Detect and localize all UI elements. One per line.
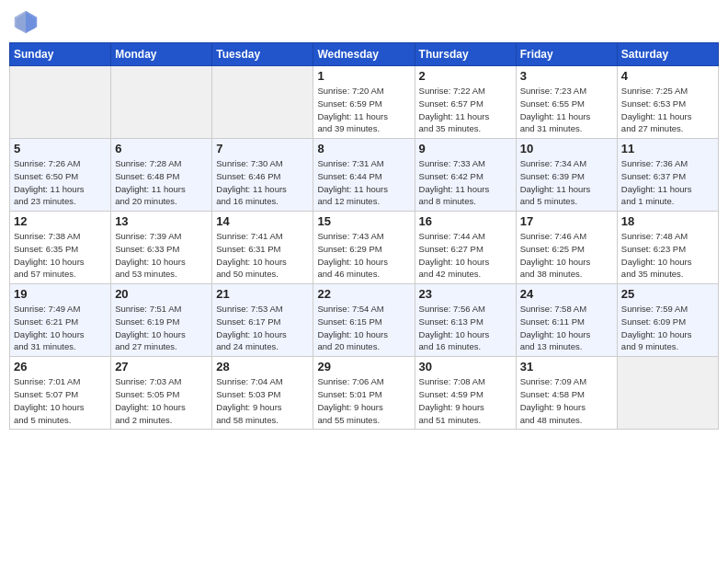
day-number: 24 <box>520 287 613 301</box>
day-number: 27 <box>115 360 208 373</box>
day-info: Sunrise: 7:51 AM Sunset: 6:19 PM Dayligh… <box>115 303 208 353</box>
day-number: 29 <box>317 360 410 373</box>
day-number: 25 <box>621 287 714 301</box>
day-info: Sunrise: 7:38 AM Sunset: 6:35 PM Dayligh… <box>14 230 107 281</box>
day-info: Sunrise: 7:59 AM Sunset: 6:09 PM Dayligh… <box>621 303 714 353</box>
calendar-cell: 28Sunrise: 7:04 AM Sunset: 5:03 PM Dayli… <box>212 357 313 430</box>
calendar-cell: 27Sunrise: 7:03 AM Sunset: 5:05 PM Dayli… <box>111 357 212 430</box>
day-info: Sunrise: 7:03 AM Sunset: 5:05 PM Dayligh… <box>115 375 208 426</box>
calendar-cell: 30Sunrise: 7:08 AM Sunset: 4:59 PM Dayli… <box>415 357 516 430</box>
calendar-cell: 24Sunrise: 7:58 AM Sunset: 6:11 PM Dayli… <box>516 284 617 357</box>
day-info: Sunrise: 7:04 AM Sunset: 5:03 PM Dayligh… <box>216 375 309 426</box>
day-number: 18 <box>621 214 714 228</box>
calendar-cell: 17Sunrise: 7:46 AM Sunset: 6:25 PM Dayli… <box>516 212 617 284</box>
day-info: Sunrise: 7:23 AM Sunset: 6:55 PM Dayligh… <box>520 85 613 135</box>
day-info: Sunrise: 7:36 AM Sunset: 6:37 PM Dayligh… <box>621 157 714 208</box>
day-info: Sunrise: 7:08 AM Sunset: 4:59 PM Dayligh… <box>419 375 512 426</box>
calendar-cell: 12Sunrise: 7:38 AM Sunset: 6:35 PM Dayli… <box>10 212 111 284</box>
weekday-header-friday: Friday <box>516 43 617 66</box>
calendar-cell <box>212 66 313 139</box>
calendar-cell: 7Sunrise: 7:30 AM Sunset: 6:46 PM Daylig… <box>212 139 313 212</box>
day-info: Sunrise: 7:34 AM Sunset: 6:39 PM Dayligh… <box>520 157 613 208</box>
logo-icon <box>13 9 39 35</box>
day-info: Sunrise: 7:54 AM Sunset: 6:15 PM Dayligh… <box>317 303 410 353</box>
day-info: Sunrise: 7:58 AM Sunset: 6:11 PM Dayligh… <box>520 303 613 353</box>
day-number: 28 <box>216 360 309 373</box>
calendar-cell: 29Sunrise: 7:06 AM Sunset: 5:01 PM Dayli… <box>313 357 415 430</box>
calendar-cell <box>617 357 718 430</box>
weekday-header-wednesday: Wednesday <box>313 43 415 66</box>
calendar-cell: 18Sunrise: 7:48 AM Sunset: 6:23 PM Dayli… <box>617 212 718 284</box>
day-info: Sunrise: 7:28 AM Sunset: 6:48 PM Dayligh… <box>115 157 208 208</box>
day-info: Sunrise: 7:48 AM Sunset: 6:23 PM Dayligh… <box>621 230 714 281</box>
calendar-cell: 8Sunrise: 7:31 AM Sunset: 6:44 PM Daylig… <box>313 139 415 212</box>
day-number: 31 <box>520 360 613 373</box>
calendar-cell <box>10 66 111 139</box>
day-number: 3 <box>520 69 613 83</box>
day-info: Sunrise: 7:22 AM Sunset: 6:57 PM Dayligh… <box>419 85 512 135</box>
logo <box>13 9 42 35</box>
day-number: 14 <box>216 214 309 228</box>
weekday-header-saturday: Saturday <box>617 43 718 66</box>
day-info: Sunrise: 7:56 AM Sunset: 6:13 PM Dayligh… <box>419 303 512 353</box>
day-info: Sunrise: 7:39 AM Sunset: 6:33 PM Dayligh… <box>115 230 208 281</box>
svg-marker-2 <box>15 11 26 34</box>
calendar-cell: 26Sunrise: 7:01 AM Sunset: 5:07 PM Dayli… <box>10 357 111 430</box>
day-number: 1 <box>317 69 410 83</box>
calendar-cell: 14Sunrise: 7:41 AM Sunset: 6:31 PM Dayli… <box>212 212 313 284</box>
day-number: 11 <box>621 142 714 155</box>
calendar-cell: 3Sunrise: 7:23 AM Sunset: 6:55 PM Daylig… <box>516 66 617 139</box>
calendar-cell: 4Sunrise: 7:25 AM Sunset: 6:53 PM Daylig… <box>617 66 718 139</box>
day-number: 9 <box>419 142 512 155</box>
day-number: 17 <box>520 214 613 228</box>
day-info: Sunrise: 7:20 AM Sunset: 6:59 PM Dayligh… <box>317 85 410 135</box>
day-number: 30 <box>419 360 512 373</box>
calendar-cell: 21Sunrise: 7:53 AM Sunset: 6:17 PM Dayli… <box>212 284 313 357</box>
day-info: Sunrise: 7:44 AM Sunset: 6:27 PM Dayligh… <box>419 230 512 281</box>
day-info: Sunrise: 7:30 AM Sunset: 6:46 PM Dayligh… <box>216 157 309 208</box>
page-header <box>9 9 719 35</box>
calendar-cell: 19Sunrise: 7:49 AM Sunset: 6:21 PM Dayli… <box>10 284 111 357</box>
calendar-cell: 16Sunrise: 7:44 AM Sunset: 6:27 PM Dayli… <box>415 212 516 284</box>
calendar-cell <box>111 66 212 139</box>
week-row-5: 26Sunrise: 7:01 AM Sunset: 5:07 PM Dayli… <box>10 357 719 430</box>
day-info: Sunrise: 7:31 AM Sunset: 6:44 PM Dayligh… <box>317 157 410 208</box>
day-number: 22 <box>317 287 410 301</box>
calendar-cell: 20Sunrise: 7:51 AM Sunset: 6:19 PM Dayli… <box>111 284 212 357</box>
day-info: Sunrise: 7:09 AM Sunset: 4:58 PM Dayligh… <box>520 375 613 426</box>
calendar-cell: 1Sunrise: 7:20 AM Sunset: 6:59 PM Daylig… <box>313 66 415 139</box>
week-row-4: 19Sunrise: 7:49 AM Sunset: 6:21 PM Dayli… <box>10 284 719 357</box>
day-number: 16 <box>419 214 512 228</box>
day-number: 21 <box>216 287 309 301</box>
calendar-cell: 2Sunrise: 7:22 AM Sunset: 6:57 PM Daylig… <box>415 66 516 139</box>
day-number: 20 <box>115 287 208 301</box>
weekday-header-monday: Monday <box>111 43 212 66</box>
calendar-cell: 15Sunrise: 7:43 AM Sunset: 6:29 PM Dayli… <box>313 212 415 284</box>
weekday-header-sunday: Sunday <box>10 43 111 66</box>
day-info: Sunrise: 7:26 AM Sunset: 6:50 PM Dayligh… <box>14 157 107 208</box>
day-number: 4 <box>621 69 714 83</box>
weekday-header-tuesday: Tuesday <box>212 43 313 66</box>
calendar-cell: 31Sunrise: 7:09 AM Sunset: 4:58 PM Dayli… <box>516 357 617 430</box>
calendar-cell: 9Sunrise: 7:33 AM Sunset: 6:42 PM Daylig… <box>415 139 516 212</box>
svg-marker-1 <box>26 11 37 34</box>
calendar-cell: 10Sunrise: 7:34 AM Sunset: 6:39 PM Dayli… <box>516 139 617 212</box>
day-info: Sunrise: 7:53 AM Sunset: 6:17 PM Dayligh… <box>216 303 309 353</box>
day-number: 10 <box>520 142 613 155</box>
day-info: Sunrise: 7:01 AM Sunset: 5:07 PM Dayligh… <box>14 375 107 426</box>
day-number: 15 <box>317 214 410 228</box>
day-number: 23 <box>419 287 512 301</box>
day-number: 2 <box>419 69 512 83</box>
day-number: 13 <box>115 214 208 228</box>
calendar-cell: 11Sunrise: 7:36 AM Sunset: 6:37 PM Dayli… <box>617 139 718 212</box>
weekday-header-thursday: Thursday <box>415 43 516 66</box>
day-info: Sunrise: 7:25 AM Sunset: 6:53 PM Dayligh… <box>621 85 714 135</box>
day-number: 19 <box>14 287 107 301</box>
day-info: Sunrise: 7:33 AM Sunset: 6:42 PM Dayligh… <box>419 157 512 208</box>
day-info: Sunrise: 7:06 AM Sunset: 5:01 PM Dayligh… <box>317 375 410 426</box>
week-row-2: 5Sunrise: 7:26 AM Sunset: 6:50 PM Daylig… <box>10 139 719 212</box>
week-row-1: 1Sunrise: 7:20 AM Sunset: 6:59 PM Daylig… <box>10 66 719 139</box>
day-number: 12 <box>14 214 107 228</box>
calendar-cell: 5Sunrise: 7:26 AM Sunset: 6:50 PM Daylig… <box>10 139 111 212</box>
weekday-header-row: SundayMondayTuesdayWednesdayThursdayFrid… <box>10 43 719 66</box>
